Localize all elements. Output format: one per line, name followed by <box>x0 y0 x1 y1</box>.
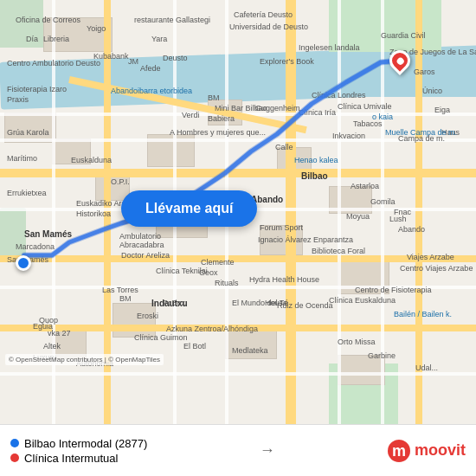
moovit-logo: m moovit <box>387 439 466 463</box>
destination-marker <box>389 50 410 78</box>
moovit-branding: m moovit <box>387 439 466 463</box>
park-2 <box>0 0 43 48</box>
block-9 <box>113 303 156 338</box>
bottom-bar: Bilbao Intermodal (2877) Clínica Intermu… <box>0 424 476 476</box>
road-main-3 <box>0 255 476 262</box>
road-main-4 <box>415 0 422 424</box>
block-7 <box>260 225 303 255</box>
park-1 <box>329 0 441 52</box>
origin-dot-icon <box>10 439 19 447</box>
destination-pin <box>385 46 415 75</box>
route-to-label: Clínica Intermutual <box>24 452 118 465</box>
road-main-1 <box>286 0 296 424</box>
lleva-button[interactable]: Llévame aquí <box>121 190 257 227</box>
destination-dot <box>396 56 405 66</box>
road-minor-4 <box>338 0 341 424</box>
copyright-text: © OpenStreetMap contributors | © OpenMap… <box>5 354 164 365</box>
road-minor-6 <box>0 138 476 142</box>
svg-text:m: m <box>392 442 406 460</box>
moovit-m-icon: m <box>387 439 411 463</box>
map-container: Oficina de CorreosDíaLibreriaYoigorestau… <box>0 0 476 424</box>
block-11 <box>338 355 385 385</box>
dest-dot-icon <box>10 453 19 462</box>
block-10 <box>225 329 277 359</box>
road-minor-10 <box>381 0 384 424</box>
road-minor-9 <box>0 372 476 376</box>
road-main-6 <box>0 325 476 331</box>
road-minor-8 <box>0 286 476 289</box>
route-from: Bilbao Intermodal (2877) <box>10 437 147 450</box>
arrow-icon: → <box>260 441 275 460</box>
park-3 <box>0 208 26 260</box>
river-2 <box>208 61 476 97</box>
origin-circle <box>16 255 31 271</box>
road-main-2 <box>0 169 476 177</box>
moovit-text: moovit <box>415 441 466 460</box>
route-info: Bilbao Intermodal (2877) Clínica Intermu… <box>10 437 147 465</box>
route-from-label: Bilbao Intermodal (2877) <box>24 437 147 450</box>
origin-marker <box>16 255 33 273</box>
route-to: Clínica Intermutual <box>10 452 147 465</box>
block-3 <box>52 138 91 164</box>
